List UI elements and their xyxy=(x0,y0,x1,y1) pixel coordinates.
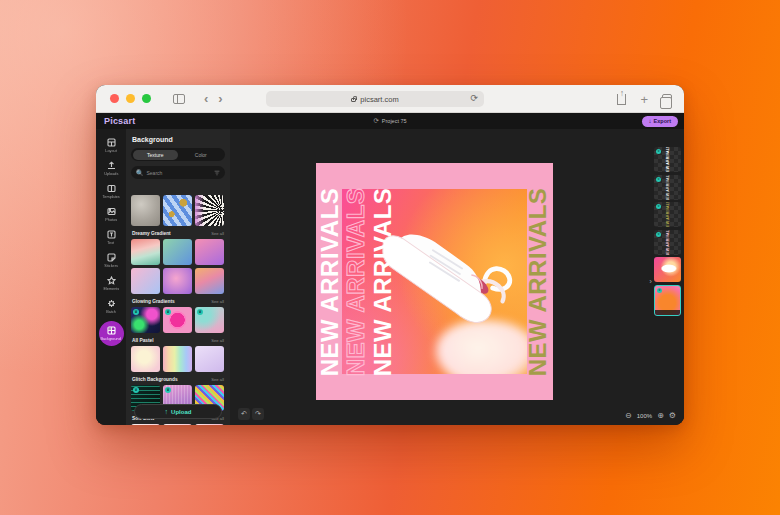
canvas-area: NEW ARRIVALSNEW ARRIVALSNEW ARRIVALSNEW … xyxy=(230,129,684,425)
text-icon xyxy=(107,230,116,239)
texture-thumbnail-soft-glow[interactable]: ♛ xyxy=(195,424,224,425)
text-layer-new-arrivals[interactable]: NEW ARRIVALS xyxy=(525,163,551,400)
layer-thumbnail-text[interactable]: ♛NEW ARRIVALS xyxy=(654,147,681,172)
reload-icon[interactable]: ⟳ xyxy=(470,93,478,103)
texture-thumbnail-gradient[interactable] xyxy=(195,268,224,294)
premium-badge-icon: ♛ xyxy=(656,232,661,237)
text-layer-new-arrivals[interactable]: NEW ARRIVALS xyxy=(317,163,343,400)
sidebar-item-batch[interactable]: Batch xyxy=(96,295,126,318)
texture-thumbnail-pink-ring[interactable]: ♛ xyxy=(163,307,192,333)
tab-texture[interactable]: Texture xyxy=(133,150,179,160)
background-panel: Background TextureColor 🔍 Search Dreamy … xyxy=(126,129,230,425)
templates-icon xyxy=(107,184,116,193)
artboard[interactable]: NEW ARRIVALSNEW ARRIVALSNEW ARRIVALSNEW … xyxy=(316,163,553,400)
new-tab-icon[interactable]: + xyxy=(640,92,648,107)
zoom-out-icon[interactable]: ⊖ xyxy=(625,411,632,420)
texture-thumbnail-gradient[interactable] xyxy=(131,268,160,294)
texture-thumbnail-gradient[interactable] xyxy=(195,239,224,265)
sidebar-item-photos[interactable]: Photos xyxy=(96,203,126,226)
search-placeholder: Search xyxy=(147,170,212,176)
picsart-logo[interactable]: Picsart xyxy=(104,116,135,126)
background-icon xyxy=(107,326,116,335)
upload-icon xyxy=(107,161,116,170)
minimize-window-button[interactable] xyxy=(126,94,135,103)
address-bar[interactable]: picsart.com ⟳ xyxy=(266,91,484,107)
app-topbar: Picsart ⟳ Project 75 ↓ Export xyxy=(96,113,684,129)
undo-button[interactable]: ↶ xyxy=(238,408,250,420)
stickers-icon xyxy=(107,253,116,262)
layers-collapse-handle[interactable]: › xyxy=(649,277,652,286)
texture-thumbnail-sunburst-rays[interactable] xyxy=(195,195,224,226)
browser-toolbar: ‹ › picsart.com ⟳ + xyxy=(96,85,684,113)
zoom-in-icon[interactable]: ⊕ xyxy=(657,411,664,420)
texture-thumbnail-teal-pink[interactable]: ♛ xyxy=(195,307,224,333)
section-title: Glowing Gradients xyxy=(132,299,175,304)
traffic-lights xyxy=(110,94,151,103)
sidebar-item-layout[interactable]: Layout xyxy=(96,134,126,157)
texture-thumbnail-pastel-lavender[interactable] xyxy=(195,346,224,372)
layer-thumbnail-text[interactable]: ♛NEW ARRIVALS xyxy=(654,230,681,255)
see-all-link[interactable]: See all xyxy=(211,299,224,304)
upload-arrow-icon: ↑ xyxy=(165,408,169,415)
upload-button[interactable]: ↑ Upload xyxy=(134,404,222,419)
project-name: Project 75 xyxy=(382,118,407,124)
premium-badge-icon: ♛ xyxy=(165,387,171,393)
see-all-link[interactable]: See all xyxy=(211,377,224,382)
canvas-settings-icon[interactable]: ⚙ xyxy=(669,411,676,420)
premium-badge-icon: ♛ xyxy=(656,204,661,209)
text-layer-new-arrivals[interactable]: NEW ARRIVALS xyxy=(343,163,369,400)
download-icon: ↓ xyxy=(649,118,652,124)
layer-label-band xyxy=(655,310,680,315)
layer-thumbnail-text[interactable]: ♛NEW ARRIVALS xyxy=(654,202,681,227)
texture-thumbnail-soft-glow[interactable]: ♛ xyxy=(163,424,192,425)
export-button[interactable]: ↓ Export xyxy=(642,116,678,127)
texture-thumbnail-gradient[interactable] xyxy=(131,239,160,265)
texture-thumbnail-pastel-rainbow[interactable] xyxy=(163,346,192,372)
see-all-link[interactable]: See all xyxy=(211,338,224,343)
back-icon[interactable]: ‹ xyxy=(199,91,213,106)
share-icon[interactable] xyxy=(617,94,626,105)
zoom-controls: ⊖ 100% ⊕ ⚙ xyxy=(625,411,676,420)
project-title[interactable]: ⟳ Project 75 xyxy=(373,117,406,125)
texture-thumbnail-blue-check-gold[interactable] xyxy=(163,195,192,226)
tab-color[interactable]: Color xyxy=(178,150,224,160)
search-icon: 🔍 xyxy=(136,169,144,176)
premium-badge-icon: ♛ xyxy=(165,309,171,315)
see-all-link[interactable]: See all xyxy=(211,231,224,236)
texture-thumbnail-pastel-glow[interactable] xyxy=(131,346,160,372)
texture-thumbnail-glow-blobs[interactable]: ♛ xyxy=(131,307,160,333)
zoom-window-button[interactable] xyxy=(142,94,151,103)
tool-sidebar: LayoutUploadsTemplatesPhotosTextStickers… xyxy=(96,129,126,425)
sidebar-item-stickers[interactable]: Stickers xyxy=(96,249,126,272)
layers-panel: ♛NEW ARRIVALS♛NEW ARRIVALS♛NEW ARRIVALS♛… xyxy=(654,147,681,316)
text-layer-new-arrivals[interactable]: NEW ARRIVALS xyxy=(370,163,396,400)
sidebar-toggle-icon[interactable] xyxy=(173,94,185,104)
zoom-level[interactable]: 100% xyxy=(637,413,652,419)
premium-badge-icon: ♛ xyxy=(656,177,661,182)
tab-overview-icon[interactable] xyxy=(662,94,672,104)
forward-icon[interactable]: › xyxy=(213,91,227,106)
search-input[interactable]: 🔍 Search xyxy=(131,166,225,179)
texture-thumbnail-stone-texture[interactable] xyxy=(131,195,160,226)
texture-thumbnail-gradient[interactable] xyxy=(163,268,192,294)
sidebar-item-uploads[interactable]: Uploads xyxy=(96,157,126,180)
section-title: All Pastel xyxy=(132,338,154,343)
elements-icon xyxy=(107,276,116,285)
redo-button[interactable]: ↷ xyxy=(252,408,264,420)
close-window-button[interactable] xyxy=(110,94,119,103)
sidebar-item-text[interactable]: Text xyxy=(96,226,126,249)
sidebar-item-elements[interactable]: Elements xyxy=(96,272,126,295)
texture-sections: Dreamy GradientSee allGlowing GradientsS… xyxy=(126,195,230,425)
layer-thumbnail-background[interactable]: ♛ xyxy=(654,285,681,316)
texture-thumbnail-soft-glow[interactable]: ♛ xyxy=(131,424,160,425)
upload-label: Upload xyxy=(171,409,191,415)
texture-thumbnail-gradient[interactable] xyxy=(163,239,192,265)
sidebar-item-templates[interactable]: Templates xyxy=(96,180,126,203)
sync-icon: ⟳ xyxy=(373,117,378,125)
layer-thumbnail-image[interactable] xyxy=(654,257,681,282)
premium-badge-icon: ♛ xyxy=(656,149,661,154)
sidebar-item-background[interactable]: Background xyxy=(96,318,126,348)
layer-thumbnail-text[interactable]: ♛NEW ARRIVALS xyxy=(654,175,681,200)
filter-icon[interactable] xyxy=(214,170,220,176)
lock-icon xyxy=(351,98,356,102)
